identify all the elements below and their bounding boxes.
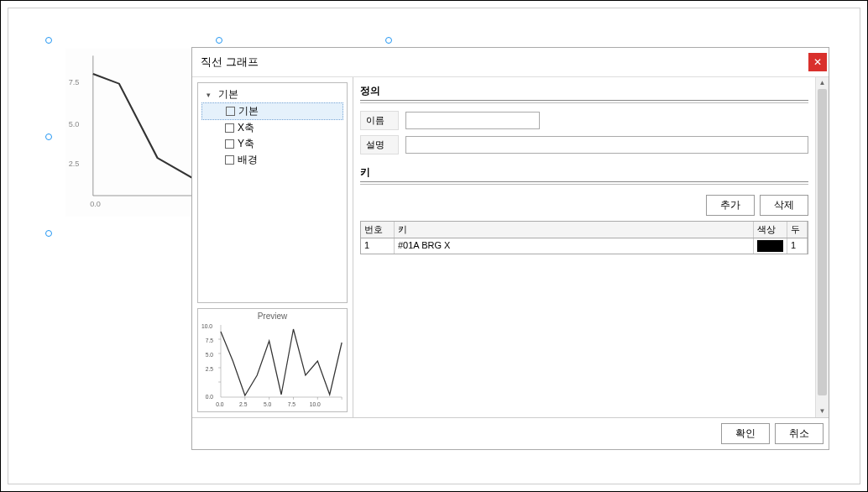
svg-text:7.5: 7.5 <box>69 79 80 87</box>
key-grid[interactable]: 번호 키 색상 두 1 #01A BRG X 1 <box>360 221 808 254</box>
svg-text:2.5: 2.5 <box>239 401 248 407</box>
svg-text:5.0: 5.0 <box>264 401 272 407</box>
line-graph-dialog: 직선 그래프 ✕ ▾ 기본 기본 <box>191 47 829 450</box>
tree-root-label: 기본 <box>218 87 238 102</box>
resize-handle-tr[interactable] <box>385 37 392 44</box>
ok-button[interactable]: 확인 <box>721 423 770 444</box>
tree-item-label: X축 <box>238 121 254 135</box>
checkbox-icon[interactable] <box>225 139 234 149</box>
checkbox-icon[interactable] <box>225 155 234 165</box>
svg-text:5.0: 5.0 <box>206 352 214 358</box>
close-icon: ✕ <box>813 56 822 68</box>
svg-text:10.0: 10.0 <box>310 401 321 407</box>
preview-chart: 10.0 7.5 5.0 2.5 0.0 0.0 2.5 5.0 7.5 10.… <box>200 322 345 410</box>
checkbox-icon[interactable] <box>225 123 234 133</box>
tree-item-xaxis[interactable]: X축 <box>201 120 343 136</box>
divider <box>360 102 808 103</box>
grid-col-no[interactable]: 번호 <box>361 222 395 238</box>
tree-item-label: Y축 <box>238 137 254 151</box>
svg-text:0.0: 0.0 <box>206 394 214 400</box>
resize-handle-tm[interactable] <box>216 37 222 44</box>
dialog-title: 직선 그래프 <box>201 55 259 70</box>
property-tree[interactable]: ▾ 기본 기본 X축 Y축 <box>197 82 348 303</box>
tree-item-basic[interactable]: 기본 <box>201 102 343 120</box>
cancel-button[interactable]: 취소 <box>775 423 824 444</box>
preview-panel: Preview <box>197 308 348 412</box>
vertical-scrollbar[interactable]: ▲ ▼ <box>815 77 829 417</box>
grid-row[interactable]: 1 #01A BRG X 1 <box>361 238 808 254</box>
svg-text:2.5: 2.5 <box>206 366 214 372</box>
grid-col-width[interactable]: 두 <box>787 222 808 238</box>
preview-title: Preview <box>200 311 345 322</box>
tree-item-background[interactable]: 배경 <box>201 152 343 168</box>
tree-item-label: 배경 <box>238 153 258 167</box>
grid-col-key[interactable]: 키 <box>395 222 754 238</box>
svg-text:10.0: 10.0 <box>201 323 212 329</box>
grid-cell-width[interactable]: 1 <box>787 238 808 254</box>
desc-input[interactable] <box>405 136 808 154</box>
grid-col-color[interactable]: 색상 <box>754 222 787 238</box>
resize-handle-tl[interactable] <box>45 37 52 44</box>
scroll-thumb[interactable] <box>818 89 827 395</box>
delete-button[interactable]: 삭제 <box>760 195 808 216</box>
svg-text:5.0: 5.0 <box>69 121 80 129</box>
resize-handle-bl[interactable] <box>45 230 52 237</box>
grid-cell-key[interactable]: #01A BRG X <box>395 238 754 254</box>
scroll-down-icon[interactable]: ▼ <box>816 406 829 417</box>
svg-text:0.0: 0.0 <box>216 401 224 407</box>
name-label: 이름 <box>360 111 399 130</box>
key-header: 키 <box>360 164 808 182</box>
desc-label: 설명 <box>360 135 399 154</box>
definition-header: 정의 <box>360 82 808 101</box>
svg-text:7.5: 7.5 <box>288 401 296 407</box>
svg-text:0.0: 0.0 <box>90 201 101 209</box>
grid-cell-no: 1 <box>361 238 395 254</box>
color-swatch[interactable] <box>757 240 783 252</box>
close-button[interactable]: ✕ <box>808 53 827 71</box>
add-button[interactable]: 추가 <box>706 195 755 216</box>
checkbox-icon[interactable] <box>226 107 235 116</box>
svg-text:7.5: 7.5 <box>206 338 214 343</box>
svg-text:2.5: 2.5 <box>69 160 80 168</box>
tree-root[interactable]: ▾ 기본 <box>201 86 343 102</box>
tree-item-label: 기본 <box>238 104 259 118</box>
resize-handle-ml[interactable] <box>45 133 52 140</box>
tree-item-yaxis[interactable]: Y축 <box>201 136 343 152</box>
grid-cell-color[interactable] <box>754 238 787 254</box>
divider <box>360 184 808 185</box>
expand-icon[interactable]: ▾ <box>207 91 215 99</box>
name-input[interactable] <box>405 112 540 129</box>
scroll-up-icon[interactable]: ▲ <box>816 77 829 89</box>
